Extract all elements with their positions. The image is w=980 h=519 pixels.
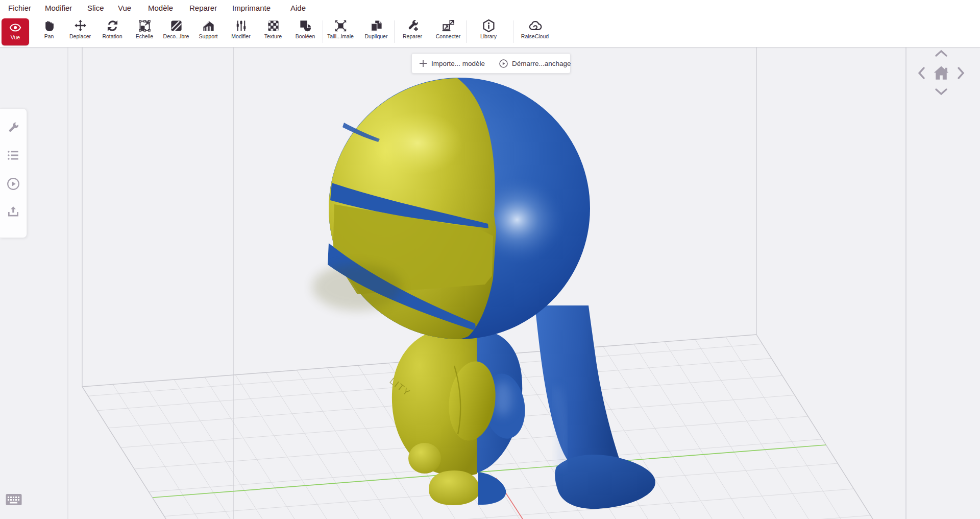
toolbar-echelle[interactable]: Echelle bbox=[127, 17, 162, 46]
toolbar-label: Vue bbox=[2, 34, 29, 40]
import-model-label: Importe... modèle bbox=[431, 60, 485, 67]
menu-aide[interactable]: Aide bbox=[288, 0, 308, 16]
start-slicing-label: Démarre...anchage bbox=[512, 60, 571, 67]
toolbar-modifier[interactable]: Modifier bbox=[224, 17, 258, 46]
toolbar-separator bbox=[466, 20, 467, 43]
sliders-icon bbox=[234, 19, 248, 33]
model-blue-leg bbox=[535, 305, 621, 481]
free-cut-icon bbox=[169, 19, 183, 33]
boolean-icon bbox=[299, 19, 312, 33]
menu-reparer[interactable]: Reparer bbox=[187, 0, 219, 16]
toolbar-pan[interactable]: Pan bbox=[32, 17, 66, 46]
upload-icon[interactable] bbox=[7, 205, 20, 218]
head-rim-shadow bbox=[312, 264, 402, 311]
repair-icon bbox=[406, 19, 420, 33]
play-circle-icon bbox=[499, 59, 508, 68]
connect-icon bbox=[442, 19, 455, 33]
model-front-foot-blue bbox=[478, 472, 506, 505]
start-slicing-button[interactable]: Démarre...anchage bbox=[492, 54, 578, 73]
cloud-icon bbox=[528, 19, 542, 33]
keyboard-icon[interactable] bbox=[6, 493, 22, 506]
menu-vue[interactable]: Vue bbox=[116, 0, 133, 16]
toolbar-deplacer[interactable]: Deplacer bbox=[63, 17, 97, 46]
play-icon[interactable] bbox=[7, 177, 20, 191]
list-icon[interactable] bbox=[7, 149, 20, 162]
toolbar-separator bbox=[513, 20, 513, 43]
move-icon bbox=[74, 19, 87, 33]
menu-imprimante[interactable]: Imprimante bbox=[230, 0, 273, 16]
chevron-left-icon[interactable] bbox=[917, 66, 925, 80]
model-rear-foot bbox=[408, 443, 441, 474]
toolbar-decoupe-libre[interactable]: Deco...ibre bbox=[159, 17, 193, 46]
toolbar-booleen[interactable]: Booléen bbox=[288, 17, 323, 46]
hand-icon bbox=[42, 19, 56, 33]
menu-fichier[interactable]: Fichier bbox=[6, 0, 33, 16]
toolbar-library[interactable]: Library bbox=[471, 17, 506, 46]
scale-icon bbox=[138, 19, 152, 33]
model-front-foot-yellow bbox=[429, 470, 480, 505]
model-blue-flipper-foot bbox=[555, 455, 655, 509]
library-icon bbox=[482, 19, 496, 33]
support-icon bbox=[202, 19, 215, 33]
3d-viewport[interactable]: LITY bbox=[0, 47, 980, 519]
eye-icon bbox=[9, 21, 21, 34]
toolbar-dupliquer[interactable]: Dupliquer bbox=[359, 17, 394, 46]
rotate-icon bbox=[106, 19, 119, 33]
toolbar-connecter[interactable]: Connecter bbox=[431, 17, 465, 46]
left-tool-panel bbox=[0, 108, 27, 238]
menu-bar: Fichier Modifier Slice Vue Modèle Repare… bbox=[0, 0, 980, 17]
arm-highlight bbox=[494, 381, 512, 416]
model-figurine[interactable]: LITY bbox=[312, 78, 655, 509]
import-model-button[interactable]: Importe... modèle bbox=[412, 54, 492, 73]
head-yellow-highlight bbox=[373, 111, 462, 175]
home-icon[interactable] bbox=[932, 63, 951, 83]
toolbar-rotation[interactable]: Rotation bbox=[95, 17, 130, 46]
toolbar-vue-button[interactable]: Vue bbox=[2, 18, 29, 45]
texture-icon bbox=[266, 19, 280, 33]
menu-slice[interactable]: Slice bbox=[85, 0, 106, 16]
plus-icon bbox=[419, 59, 427, 67]
chevron-up-icon[interactable] bbox=[935, 49, 948, 57]
toolbar-reparer[interactable]: Reparer bbox=[395, 17, 430, 46]
chevron-down-icon[interactable] bbox=[935, 88, 948, 96]
toolbar-taille-maximale[interactable]: Taill...imale bbox=[323, 17, 358, 46]
toolbar-separator bbox=[394, 20, 395, 43]
viewport-action-card: Importe... modèle Démarre...anchage bbox=[411, 53, 571, 74]
view-nav-cluster bbox=[916, 49, 965, 96]
duplicate-icon bbox=[370, 19, 383, 33]
toolbar-raisecloud[interactable]: RaiseCloud bbox=[518, 17, 552, 46]
toolbar-texture[interactable]: Texture bbox=[256, 17, 290, 46]
chevron-right-icon[interactable] bbox=[957, 66, 965, 80]
menu-modifier[interactable]: Modifier bbox=[43, 0, 74, 16]
wrench-icon[interactable] bbox=[7, 121, 20, 134]
menu-modele[interactable]: Modèle bbox=[146, 0, 175, 16]
toolbar-support[interactable]: Support bbox=[191, 17, 226, 46]
toolbar: Vue Pan Deplacer Rotation Echelle bbox=[0, 16, 980, 48]
max-size-icon bbox=[334, 19, 348, 33]
